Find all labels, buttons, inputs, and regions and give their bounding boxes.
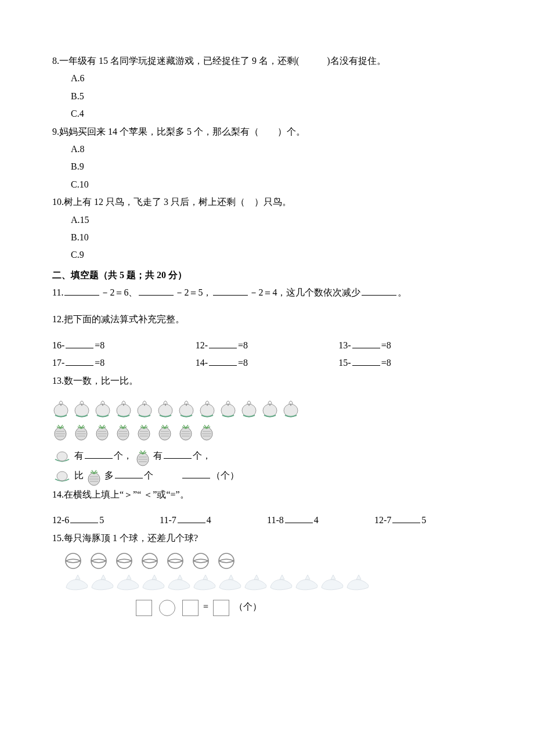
blank[interactable]	[66, 355, 93, 366]
question-14: 14.在横线上填上“＞”“ ＜”或“=”。 12-65 11-74 11-84 …	[52, 486, 482, 530]
blank[interactable]	[66, 337, 93, 348]
q15-title: 15.每只海豚顶 1 个球，还差几个球?	[52, 530, 482, 547]
pineapple-icon	[135, 447, 151, 466]
dolphin-icon	[115, 573, 140, 593]
eq-tail: =8	[381, 358, 391, 368]
question-13: 13.数一数，比一比。 有个， 有个， 比 多个 （个）	[52, 372, 482, 486]
q10-text: 10.树上有 12 只鸟，飞走了 3 只后，树上还剩（ ）只鸟。	[52, 193, 482, 211]
apple-icon	[219, 398, 237, 419]
q9-text: 9.妈妈买回来 14 个苹果，比梨多 5 个，那么梨有（ ）个。	[52, 123, 482, 141]
box-input[interactable]	[213, 600, 229, 616]
ball-icon	[89, 552, 108, 570]
eq-tail: =8	[238, 358, 248, 368]
q11-prefix: 11.	[52, 287, 63, 297]
blank[interactable]	[213, 285, 248, 296]
cmp-r: 5	[99, 515, 104, 525]
blank[interactable]	[70, 513, 98, 524]
box-input[interactable]	[136, 600, 152, 616]
pineapple-icon	[178, 421, 195, 442]
pineapple-icon	[115, 421, 132, 442]
pineapple-icon	[157, 421, 174, 442]
eq-tail: =8	[95, 340, 104, 350]
txt: 有	[153, 451, 163, 460]
pineapple-icon	[52, 421, 70, 442]
operator-input[interactable]	[159, 600, 175, 616]
eq-tail: =8	[95, 358, 104, 368]
q10-opt-a: A.15	[52, 211, 482, 229]
cmp-l: 11-7	[160, 515, 176, 525]
q9-opt-b: B.9	[52, 158, 482, 175]
dolphin-icon	[243, 573, 268, 593]
txt: （个）	[211, 470, 239, 480]
q8-text: 8.一年级有 15 名同学玩捉迷藏游戏，已经捉住了 9 名，还剩( )名没有捉住…	[52, 52, 482, 70]
question-10: 10.树上有 12 只鸟，飞走了 3 只后，树上还剩（ ）只鸟。 A.15 B.…	[52, 193, 482, 264]
dolphin-icon	[294, 573, 319, 593]
eq-lhs: 16-	[52, 340, 64, 350]
question-12: 12.把下面的减法算式补充完整。 16-=8 12-=8 13-=8 17-=8…	[52, 311, 482, 372]
section-2-header: 二、填空题（共 5 题；共 20 分）	[52, 267, 482, 284]
dolphin-icon	[345, 573, 370, 593]
q8-opt-a: A.6	[52, 70, 482, 87]
blank[interactable]	[209, 355, 237, 366]
cmp-r: 4	[314, 515, 319, 525]
txt: 有	[74, 451, 84, 460]
txt: 多	[104, 470, 114, 480]
q11-seg4: 。	[398, 287, 407, 297]
blank[interactable]	[352, 337, 380, 348]
cmp-r: 5	[421, 515, 426, 525]
q13-title: 13.数一数，比一比。	[52, 372, 482, 390]
apple-icon	[52, 470, 72, 482]
blank[interactable]	[182, 467, 210, 478]
dolphin-icon	[319, 573, 345, 593]
q11-seg2: －2＝5，	[175, 287, 212, 297]
eq-lhs: 14-	[196, 358, 208, 368]
q14-title: 14.在横线上填上“＞”“ ＜”或“=”。	[52, 486, 482, 503]
blank[interactable]	[178, 513, 205, 524]
dolphin-icon	[64, 573, 89, 593]
question-8: 8.一年级有 15 名同学玩捉迷藏游戏，已经捉住了 9 名，还剩( )名没有捉住…	[52, 52, 482, 123]
equals: =	[203, 602, 211, 611]
box-input[interactable]	[182, 600, 199, 616]
blank[interactable]	[85, 448, 113, 459]
ball-icon	[166, 552, 185, 570]
blank[interactable]	[285, 513, 313, 524]
blank[interactable]	[164, 448, 192, 459]
dolphin-row	[64, 573, 482, 593]
pineapple-icon	[73, 421, 91, 442]
q10-opt-c: C.9	[52, 246, 482, 264]
apple-icon	[94, 398, 111, 419]
q12-title: 12.把下面的减法算式补充完整。	[52, 311, 482, 328]
eq-tail: =8	[381, 340, 391, 350]
dolphin-icon	[140, 573, 166, 593]
dolphin-icon	[192, 573, 217, 593]
pineapple-icon	[94, 421, 111, 442]
cmp-r: 4	[207, 515, 211, 525]
blank[interactable]	[209, 337, 237, 348]
apple-icon	[136, 398, 153, 419]
blank[interactable]	[64, 285, 99, 296]
q8-opt-c: C.4	[52, 105, 482, 123]
cmp-l: 12-7	[374, 515, 391, 525]
blank[interactable]	[362, 285, 396, 296]
dolphin-icon	[217, 573, 243, 593]
eq-lhs: 12-	[196, 340, 208, 350]
cmp-l: 12-6	[52, 515, 69, 525]
eq-tail: =8	[238, 340, 248, 350]
eq-lhs: 13-	[338, 340, 351, 350]
apple-icon	[282, 398, 300, 419]
blank[interactable]	[139, 285, 174, 296]
q11-seg3: －2＝4，这几个数依次减少	[249, 287, 360, 297]
apple-icon	[240, 398, 258, 419]
apple-icon	[178, 398, 195, 419]
txt: 个，	[114, 451, 132, 460]
txt: 个	[144, 470, 153, 480]
blank[interactable]	[392, 513, 420, 524]
blank[interactable]	[115, 467, 143, 478]
ball-icon	[140, 552, 159, 570]
pineapple-row	[52, 421, 482, 442]
blank[interactable]	[352, 355, 380, 366]
txt: 个，	[193, 451, 211, 460]
q13-line2: 比 多个 （个）	[52, 466, 482, 486]
q15-eqtail: （个）	[234, 602, 262, 611]
eq-lhs: 17-	[52, 358, 64, 368]
